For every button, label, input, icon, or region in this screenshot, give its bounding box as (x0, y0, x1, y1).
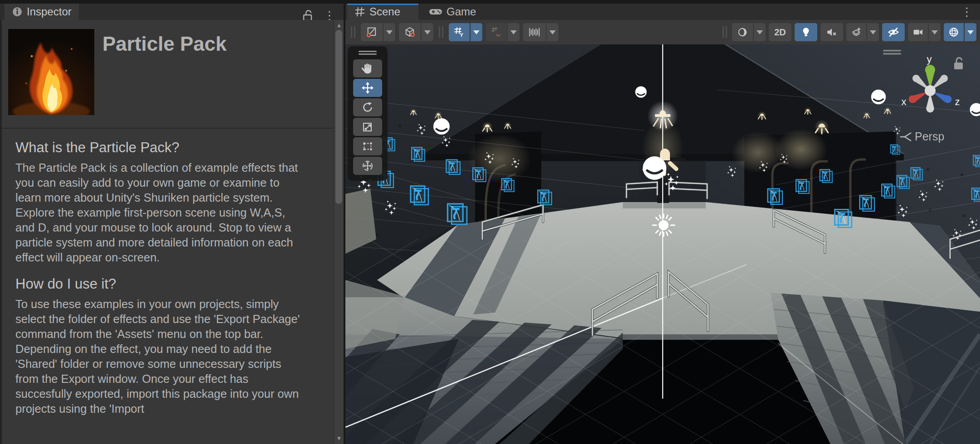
move-icon (361, 82, 374, 94)
sun-directional-light-gizmo[interactable] (653, 214, 674, 236)
grid-snapping-button[interactable] (486, 23, 507, 41)
page-title: Particle Pack (102, 33, 227, 55)
svg-text:Y: Y (460, 32, 463, 38)
tab-inspector-label: Inspector (27, 5, 72, 18)
scroll-down-arrow[interactable]: ▼ (334, 434, 344, 443)
tool-handle-pivot-button[interactable] (361, 23, 383, 41)
shading-mode-dropdown[interactable] (754, 23, 766, 41)
axis-y-label: y (927, 53, 932, 65)
grid-visibility-icon: Y (453, 26, 465, 38)
view-hand-tool-button[interactable] (353, 59, 382, 77)
shading-mode-icon (737, 26, 748, 38)
axis-x-label: x (902, 96, 907, 107)
active-tab-accent (347, 4, 418, 5)
audio-mute-icon (826, 26, 838, 38)
pit-edge (623, 334, 778, 340)
toolbar-grip[interactable] (351, 26, 355, 38)
gizmos-dropdown[interactable] (965, 23, 976, 41)
toolbar-grip[interactable] (723, 26, 727, 38)
effects-icon (850, 26, 862, 38)
tab-game-label: Game (446, 5, 476, 18)
overlay-drag-handle[interactable] (359, 51, 377, 55)
rotate-icon (361, 101, 374, 114)
info-icon (12, 6, 23, 17)
section-heading: What is the Particle Pack? (15, 140, 323, 156)
scene-render: y x z Persp (345, 44, 980, 444)
tool-handle-pivot-icon (366, 26, 378, 38)
axis-z-label: z (955, 96, 960, 107)
snap-increment-dropdown[interactable] (547, 23, 558, 41)
snap-increment-icon (528, 26, 541, 38)
tab-game[interactable]: Game (422, 4, 483, 20)
grid-icon (354, 6, 365, 17)
2d-toggle-button[interactable]: 2D (769, 23, 791, 41)
hidden-objects-button[interactable] (882, 23, 905, 41)
readme-section-how: How do I use it? To use these examples i… (2, 276, 334, 416)
tool-handle-orientation-button[interactable] (399, 23, 421, 41)
snap-increment-button[interactable] (523, 23, 546, 41)
grid-snapping-icon (490, 26, 502, 38)
camera-dropdown[interactable] (929, 23, 941, 41)
tool-handle-orientation-icon (404, 26, 416, 38)
axis-center-cube[interactable] (925, 85, 936, 96)
transform-tool-button[interactable] (353, 157, 382, 175)
section-body: The Particle Pack is a collection of exa… (15, 160, 306, 265)
scrollbar-thumb[interactable] (335, 30, 342, 204)
hand-icon (361, 62, 374, 75)
effects-dropdown[interactable] (867, 23, 879, 41)
readme-header: Particle Pack (2, 20, 334, 128)
tab-scene[interactable]: Scene (347, 4, 418, 20)
tab-scene-label: Scene (369, 5, 400, 18)
divider (2, 128, 334, 129)
inspector-content: Particle Pack What is the Particle Pack?… (0, 20, 334, 444)
gamepad-icon (429, 7, 442, 16)
scale-icon (361, 121, 374, 133)
grid-visibility-dropdown[interactable] (471, 23, 482, 41)
fire-image (8, 29, 94, 115)
transform-tool-icon (361, 159, 374, 172)
section-heading: How do I use it? (15, 276, 323, 292)
section-body: To use these examples in your own projec… (15, 297, 306, 416)
tab-inspector[interactable]: Inspector (5, 4, 79, 20)
shading-mode-button[interactable] (732, 23, 753, 41)
scale-tool-button[interactable] (353, 118, 382, 136)
readme-section-what: What is the Particle Pack? The Particle … (2, 140, 334, 265)
camera-button[interactable] (908, 23, 928, 41)
scene-tab-bar: Scene Game ⋮ (345, 4, 980, 20)
scroll-up-arrow[interactable]: ▲ (334, 21, 344, 30)
rect-tool-icon (361, 140, 374, 153)
audio-mute-button[interactable] (820, 23, 843, 41)
grid-visibility-button[interactable]: Y (449, 23, 470, 41)
gizmos-globe-icon (948, 26, 960, 38)
scene-viewport[interactable]: y x z Persp (345, 44, 980, 444)
tool-handle-orientation-dropdown[interactable] (422, 23, 433, 41)
tool-handle-pivot-dropdown[interactable] (383, 23, 395, 41)
inspector-panel: Inspector ⋮ (0, 0, 344, 444)
rect-tool-button[interactable] (353, 137, 382, 155)
scene-panel: Scene Game ⋮ (345, 0, 980, 444)
move-tool-button[interactable] (353, 79, 382, 97)
scene-tools-overlay (348, 46, 388, 181)
camera-icon (912, 26, 924, 38)
grid-snapping-dropdown[interactable] (508, 23, 519, 41)
inspector-tab-bar: Inspector ⋮ (0, 4, 344, 20)
gizmos-button[interactable] (944, 23, 964, 41)
rotate-tool-button[interactable] (353, 98, 382, 116)
inspector-scrollbar[interactable]: ▲ ▼ (334, 20, 344, 444)
effects-button[interactable] (846, 23, 866, 41)
hidden-objects-eye-slash-icon (887, 26, 900, 38)
toolbar-grip[interactable] (439, 26, 443, 38)
projection-label: Persp (915, 130, 944, 143)
lighting-toggle-button[interactable] (795, 23, 817, 41)
kebab-menu-icon[interactable]: ⋮ (961, 6, 973, 18)
unity-editor-window: Inspector ⋮ (0, 0, 980, 444)
lighting-icon (800, 26, 811, 38)
2d-toggle-label: 2D (774, 27, 786, 38)
scene-toolbar: Y (345, 20, 980, 44)
